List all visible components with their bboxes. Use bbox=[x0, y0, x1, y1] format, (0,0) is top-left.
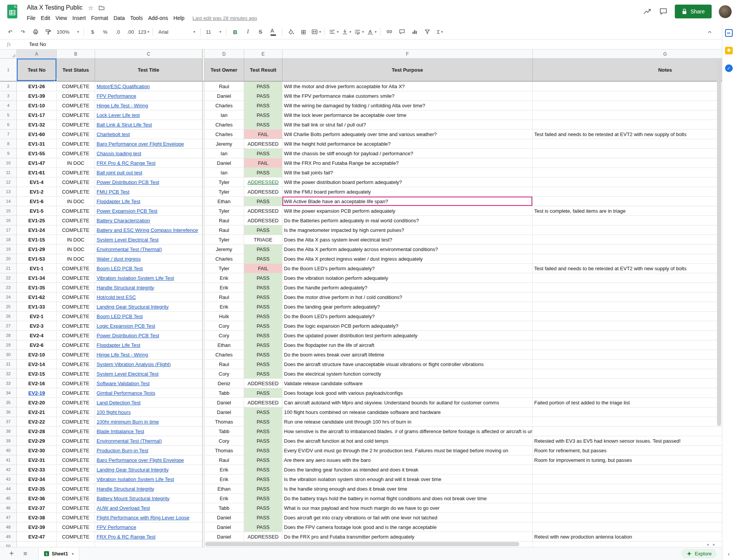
row-number[interactable]: 6 bbox=[0, 120, 17, 130]
cell-test-result[interactable]: PASS bbox=[244, 82, 282, 91]
select-all-corner[interactable] bbox=[0, 49, 17, 59]
cell-test-title[interactable]: Flight Performance with Ring Lever Loose bbox=[95, 513, 202, 522]
scrollbar-arrows[interactable]: ◂ ▸ bbox=[707, 542, 717, 547]
row-number[interactable]: 16 bbox=[0, 216, 17, 225]
cell-test-result[interactable]: PASS bbox=[244, 91, 282, 101]
cell-test-status[interactable]: COMPLETE bbox=[57, 283, 95, 292]
cell-notes[interactable] bbox=[533, 235, 722, 245]
insert-link-button[interactable] bbox=[383, 26, 395, 37]
cell-test-title[interactable]: System Level Electrical Test bbox=[95, 369, 202, 379]
cell-test-owner[interactable]: Erik bbox=[204, 475, 244, 484]
cell-test-result[interactable]: ADDRESSED bbox=[244, 532, 282, 542]
text-wrap-button[interactable]: ▾ bbox=[353, 26, 365, 37]
cell-test-owner[interactable]: Raul bbox=[204, 216, 244, 225]
avatar[interactable] bbox=[719, 5, 732, 18]
cell-test-purpose[interactable]: Does the Alta X protect ingress water / … bbox=[282, 254, 533, 264]
cell-test-title[interactable]: 100 flight hours bbox=[95, 407, 202, 417]
cell-test-result[interactable]: PASS bbox=[244, 417, 282, 427]
cell-test-status[interactable]: COMPLETE bbox=[57, 532, 95, 542]
cell-test-title[interactable]: System Vibration Analysis (Flight) bbox=[95, 360, 202, 369]
cell-test-title[interactable]: Handle Structural Integrity bbox=[95, 283, 202, 292]
cell-test-purpose[interactable]: Will Active Blade have an acceptable lif… bbox=[282, 197, 533, 206]
menu-file[interactable]: File bbox=[24, 14, 38, 22]
cell-notes[interactable] bbox=[533, 149, 722, 158]
cell-test-owner[interactable]: Tabb bbox=[204, 503, 244, 513]
cell-test-owner[interactable]: Ian bbox=[204, 168, 244, 177]
cell-test-title[interactable]: Charliebolt test bbox=[95, 130, 202, 139]
cell-notes[interactable] bbox=[533, 494, 722, 503]
cell-test-no[interactable]: EV2-47 bbox=[17, 532, 57, 542]
cell-test-status[interactable]: COMPLETE bbox=[57, 379, 95, 388]
row-number[interactable]: 11 bbox=[0, 168, 17, 177]
cell-test-purpose[interactable]: Does the handle perform adequately? bbox=[282, 283, 533, 292]
cell-test-title[interactable]: Ball Link & Strut Life Test bbox=[95, 120, 202, 130]
cell-test-result[interactable]: PASS bbox=[244, 110, 282, 120]
cell-test-result[interactable]: PASS bbox=[244, 360, 282, 369]
cell-test-status[interactable]: COMPLETE bbox=[57, 360, 95, 369]
keep-icon[interactable] bbox=[725, 47, 733, 54]
cell-notes[interactable] bbox=[533, 139, 722, 149]
cell-test-purpose[interactable]: Can aircraft autoland with Mpro and skyv… bbox=[282, 398, 533, 407]
cell-test-owner[interactable]: Charles bbox=[204, 101, 244, 110]
menu-tools[interactable]: Tools bbox=[128, 14, 146, 22]
cell-test-title[interactable]: Chassis loading test bbox=[95, 149, 202, 158]
cell-notes[interactable] bbox=[533, 120, 722, 130]
cell-test-status[interactable]: COMPLETE bbox=[57, 264, 95, 273]
cell-notes[interactable] bbox=[533, 369, 722, 379]
cell-test-owner[interactable]: Charles bbox=[204, 350, 244, 360]
row-number[interactable]: 25 bbox=[0, 302, 17, 312]
cell-test-title[interactable]: Boom LED PCB Test bbox=[95, 264, 202, 273]
cell-test-status[interactable]: COMPLETE bbox=[57, 168, 95, 177]
cell-test-status[interactable]: COMPLETE bbox=[57, 312, 95, 321]
cell-test-result[interactable]: PASS bbox=[244, 283, 282, 292]
cell-test-status[interactable]: COMPLETE bbox=[57, 417, 95, 427]
horizontal-scrollbar[interactable] bbox=[205, 542, 704, 546]
cell-test-title[interactable]: Software Validation Test bbox=[95, 379, 202, 388]
row-number[interactable]: 50 bbox=[0, 542, 17, 547]
row-number[interactable]: 38 bbox=[0, 427, 17, 436]
horizontal-scrollbar-thumb[interactable] bbox=[205, 542, 519, 546]
sheets-logo-icon[interactable] bbox=[7, 4, 18, 20]
cell-notes[interactable] bbox=[533, 254, 722, 264]
menu-help[interactable]: Help bbox=[171, 14, 187, 22]
row-number[interactable]: 29 bbox=[0, 340, 17, 350]
cell-test-result[interactable]: ADDRESSED bbox=[244, 187, 282, 197]
cell-test-status[interactable]: COMPLETE bbox=[57, 475, 95, 484]
cell-test-title[interactable]: Battery Mount Structural Integrity bbox=[95, 494, 202, 503]
fill-handle[interactable] bbox=[54, 79, 57, 82]
filter-button[interactable] bbox=[421, 26, 433, 37]
cell-notes[interactable]: Retest with new production antenna locat… bbox=[533, 532, 722, 542]
cell-test-title[interactable]: Landing Gear Structural Integrity bbox=[95, 302, 202, 312]
cell-test-owner[interactable]: Tyler bbox=[204, 235, 244, 245]
cell-test-no[interactable]: EV2-14 bbox=[17, 360, 57, 369]
more-formats-button[interactable]: 123▾ bbox=[137, 26, 150, 37]
row-number[interactable]: 18 bbox=[0, 235, 17, 245]
share-button[interactable]: Share bbox=[675, 5, 712, 18]
cell-test-purpose[interactable]: Is the vibration isolation system stron … bbox=[282, 475, 533, 484]
cell-notes[interactable]: Failed portion of test added to the tria… bbox=[533, 398, 722, 407]
cell-test-no[interactable]: EV1-5 bbox=[17, 206, 57, 216]
cell-test-title[interactable]: Hinge Life Test - Wiring bbox=[95, 101, 202, 110]
cell-test-title[interactable] bbox=[95, 542, 202, 547]
cell-test-purpose[interactable]: Will the motor and drive perform accepta… bbox=[282, 82, 533, 91]
cell-test-owner[interactable]: Cory bbox=[204, 436, 244, 446]
cell-test-status[interactable]: COMPLETE bbox=[57, 398, 95, 407]
row-number[interactable]: 28 bbox=[0, 331, 17, 340]
row-number[interactable]: 32 bbox=[0, 369, 17, 379]
cell-test-owner[interactable]: Daniel bbox=[204, 91, 244, 101]
cell-test-result[interactable]: PASS bbox=[244, 149, 282, 158]
cell-test-purpose[interactable]: Does the logic expansion PCB perform ade… bbox=[282, 321, 533, 331]
cell-test-purpose[interactable]: Does the FPV camera footage look good an… bbox=[282, 522, 533, 532]
cell-test-no[interactable]: EV1-29 bbox=[17, 245, 57, 254]
cell-test-no[interactable]: EV2-21 bbox=[17, 407, 57, 417]
cell-test-purpose[interactable]: Does aircraft get into crazy vibrations … bbox=[282, 513, 533, 522]
cell-test-no[interactable]: EV2-36 bbox=[17, 494, 57, 503]
cell-test-no[interactable]: EV2-30 bbox=[17, 446, 57, 455]
cell-test-result[interactable]: PASS bbox=[244, 197, 282, 206]
cell-test-no[interactable]: EV2-3 bbox=[17, 321, 57, 331]
cell-test-no[interactable]: EV2-37 bbox=[17, 503, 57, 513]
cell-notes[interactable] bbox=[533, 177, 722, 187]
cell-test-no[interactable]: EV1-26 bbox=[17, 82, 57, 91]
cell-test-no[interactable]: EV2-16 bbox=[17, 379, 57, 388]
column-header-D[interactable]: D bbox=[204, 49, 244, 59]
